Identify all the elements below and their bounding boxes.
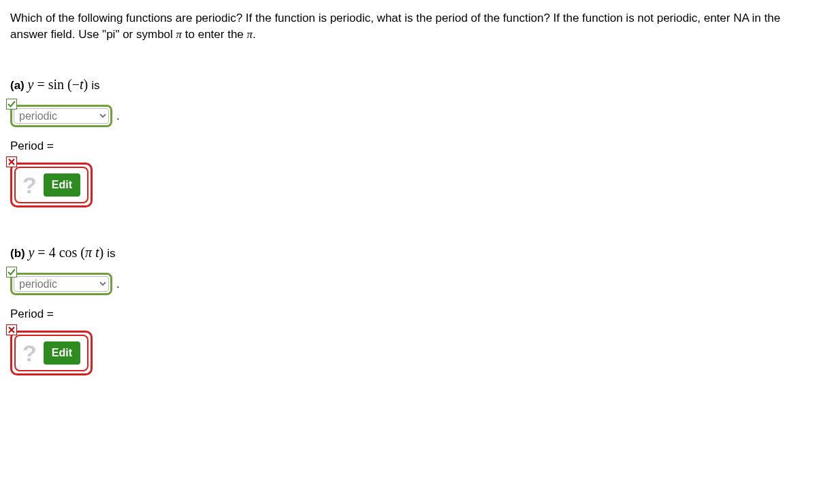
part-b-label: (b) [10, 247, 25, 260]
part-b-edit-button[interactable]: Edit [44, 341, 80, 365]
part-a-edit-button[interactable]: Edit [44, 173, 80, 197]
x-icon [6, 324, 17, 335]
part-b: (b) y = 4 cos (π t) is periodic . Period… [10, 245, 807, 375]
x-icon [6, 156, 17, 167]
part-b-select-row: periodic . [10, 273, 120, 295]
question-prompt: Which of the following functions are per… [10, 10, 807, 43]
part-a-equation-line: (a) y = sin (−t) is [10, 77, 807, 93]
part-a-periodic-select[interactable]: periodic [14, 108, 109, 124]
part-a-label: (a) [10, 79, 25, 92]
checkmark-icon [6, 267, 17, 278]
part-b-periodic-select[interactable]: periodic [14, 276, 109, 292]
part-b-period-label: Period = [10, 307, 807, 321]
part-b-equation-line: (b) y = 4 cos (π t) is [10, 245, 807, 261]
part-a-period-row: ? Edit [10, 163, 93, 207]
checkmark-icon [6, 99, 17, 110]
part-a-period-placeholder: ? [22, 173, 37, 197]
part-a: (a) y = sin (−t) is periodic . Period = … [10, 77, 807, 207]
part-a-select-row: periodic . [10, 105, 120, 127]
part-b-period-placeholder: ? [22, 341, 37, 365]
part-b-period-row: ? Edit [10, 331, 93, 375]
part-a-period-label: Period = [10, 139, 807, 153]
